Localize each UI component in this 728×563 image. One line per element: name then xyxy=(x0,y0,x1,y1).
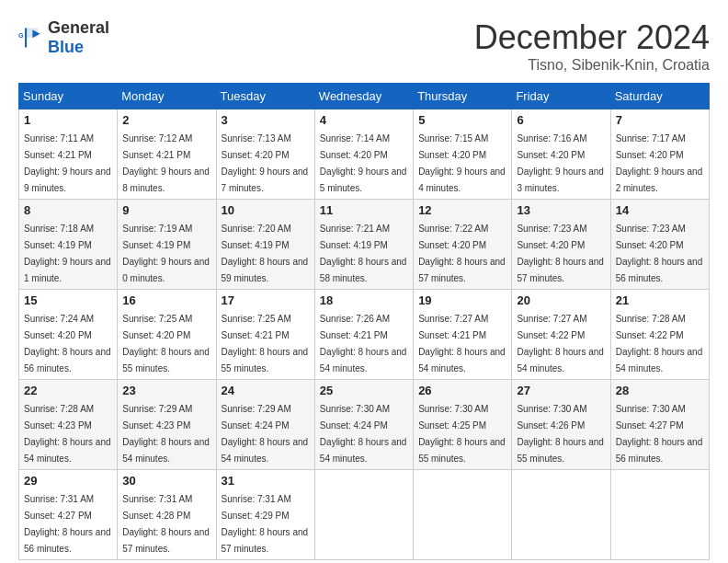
calendar-day-cell: 10 Sunrise: 7:20 AMSunset: 4:19 PMDaylig… xyxy=(216,200,314,290)
calendar-day-cell: 11 Sunrise: 7:21 AMSunset: 4:19 PMDaylig… xyxy=(314,200,413,290)
day-detail: Sunrise: 7:27 AMSunset: 4:22 PMDaylight:… xyxy=(517,314,604,373)
day-detail: Sunrise: 7:29 AMSunset: 4:23 PMDaylight:… xyxy=(122,404,210,464)
day-number: 27 xyxy=(517,384,605,397)
day-number: 4 xyxy=(320,113,408,127)
calendar-empty-cell xyxy=(414,470,512,560)
calendar-day-cell: 29 Sunrise: 7:31 AMSunset: 4:27 PMDaylig… xyxy=(19,470,118,560)
location-title: Tisno, Sibenik-Knin, Croatia xyxy=(474,57,710,74)
day-detail: Sunrise: 7:28 AMSunset: 4:23 PMDaylight:… xyxy=(24,404,111,464)
day-detail: Sunrise: 7:27 AMSunset: 4:21 PMDaylight:… xyxy=(418,314,506,373)
day-detail: Sunrise: 7:25 AMSunset: 4:21 PMDaylight:… xyxy=(222,314,309,373)
day-number: 20 xyxy=(517,293,605,307)
svg-rect-3 xyxy=(25,29,27,48)
day-number: 2 xyxy=(122,113,210,127)
calendar-day-cell: 23 Sunrise: 7:29 AMSunset: 4:23 PMDaylig… xyxy=(118,380,216,470)
calendar-day-cell: 2 Sunrise: 7:12 AMSunset: 4:21 PMDayligh… xyxy=(118,109,216,200)
day-number: 12 xyxy=(418,203,506,217)
svg-text:G: G xyxy=(18,32,24,39)
calendar-day-cell: 20 Sunrise: 7:27 AMSunset: 4:22 PMDaylig… xyxy=(512,290,610,380)
calendar-day-cell: 4 Sunrise: 7:14 AMSunset: 4:20 PMDayligh… xyxy=(314,109,413,200)
day-detail: Sunrise: 7:21 AMSunset: 4:19 PMDaylight:… xyxy=(320,224,407,283)
day-detail: Sunrise: 7:16 AMSunset: 4:20 PMDaylight:… xyxy=(517,133,604,193)
day-number: 10 xyxy=(222,203,310,217)
day-detail: Sunrise: 7:30 AMSunset: 4:26 PMDaylight:… xyxy=(517,404,604,464)
calendar-day-cell: 13 Sunrise: 7:23 AMSunset: 4:20 PMDaylig… xyxy=(512,200,610,290)
day-number: 29 xyxy=(24,474,112,488)
logo: G General Blue xyxy=(18,18,109,57)
calendar-day-cell: 8 Sunrise: 7:18 AMSunset: 4:19 PMDayligh… xyxy=(19,200,118,290)
title-area: December 2024 Tisno, Sibenik-Knin, Croat… xyxy=(474,18,710,74)
calendar-day-header: Saturday xyxy=(610,84,709,109)
calendar-day-header: Thursday xyxy=(414,84,512,109)
day-detail: Sunrise: 7:29 AMSunset: 4:24 PMDaylight:… xyxy=(222,404,309,464)
day-number: 18 xyxy=(320,293,408,307)
calendar-day-cell: 14 Sunrise: 7:23 AMSunset: 4:20 PMDaylig… xyxy=(610,200,709,290)
calendar-day-cell: 22 Sunrise: 7:28 AMSunset: 4:23 PMDaylig… xyxy=(19,380,118,470)
calendar-day-cell: 6 Sunrise: 7:16 AMSunset: 4:20 PMDayligh… xyxy=(512,109,610,200)
day-number: 24 xyxy=(222,384,310,397)
calendar-day-cell: 21 Sunrise: 7:28 AMSunset: 4:22 PMDaylig… xyxy=(610,290,709,380)
calendar-empty-cell xyxy=(610,470,709,560)
calendar-day-cell: 3 Sunrise: 7:13 AMSunset: 4:20 PMDayligh… xyxy=(216,109,314,200)
calendar-day-header: Wednesday xyxy=(314,84,413,109)
day-detail: Sunrise: 7:14 AMSunset: 4:20 PMDaylight:… xyxy=(320,133,407,193)
day-detail: Sunrise: 7:31 AMSunset: 4:29 PMDaylight:… xyxy=(222,494,309,554)
calendar-day-cell: 17 Sunrise: 7:25 AMSunset: 4:21 PMDaylig… xyxy=(216,290,314,380)
day-detail: Sunrise: 7:12 AMSunset: 4:21 PMDaylight:… xyxy=(122,133,210,193)
calendar-week-row: 22 Sunrise: 7:28 AMSunset: 4:23 PMDaylig… xyxy=(19,380,710,470)
day-number: 14 xyxy=(616,203,704,217)
calendar-day-cell: 9 Sunrise: 7:19 AMSunset: 4:19 PMDayligh… xyxy=(118,200,216,290)
day-detail: Sunrise: 7:26 AMSunset: 4:21 PMDaylight:… xyxy=(320,314,407,373)
day-detail: Sunrise: 7:23 AMSunset: 4:20 PMDaylight:… xyxy=(517,224,604,283)
calendar-day-header: Monday xyxy=(118,84,216,109)
day-number: 19 xyxy=(418,293,506,307)
day-number: 15 xyxy=(24,293,112,307)
calendar-day-cell: 16 Sunrise: 7:25 AMSunset: 4:20 PMDaylig… xyxy=(118,290,216,380)
calendar-day-cell: 18 Sunrise: 7:26 AMSunset: 4:21 PMDaylig… xyxy=(314,290,413,380)
logo-blue-text: Blue xyxy=(48,38,84,56)
day-number: 7 xyxy=(616,113,704,127)
calendar-table: SundayMondayTuesdayWednesdayThursdayFrid… xyxy=(18,83,710,560)
day-number: 22 xyxy=(24,384,112,397)
calendar-day-cell: 19 Sunrise: 7:27 AMSunset: 4:21 PMDaylig… xyxy=(414,290,512,380)
day-detail: Sunrise: 7:31 AMSunset: 4:27 PMDaylight:… xyxy=(24,494,111,554)
calendar-day-cell: 25 Sunrise: 7:30 AMSunset: 4:24 PMDaylig… xyxy=(314,380,413,470)
calendar-week-row: 29 Sunrise: 7:31 AMSunset: 4:27 PMDaylig… xyxy=(19,470,710,560)
calendar-day-cell: 12 Sunrise: 7:22 AMSunset: 4:20 PMDaylig… xyxy=(414,200,512,290)
day-detail: Sunrise: 7:30 AMSunset: 4:24 PMDaylight:… xyxy=(320,404,407,464)
day-detail: Sunrise: 7:28 AMSunset: 4:22 PMDaylight:… xyxy=(616,314,703,373)
calendar-day-cell: 30 Sunrise: 7:31 AMSunset: 4:28 PMDaylig… xyxy=(118,470,216,560)
day-number: 28 xyxy=(616,384,704,397)
calendar-week-row: 8 Sunrise: 7:18 AMSunset: 4:19 PMDayligh… xyxy=(19,200,710,290)
day-detail: Sunrise: 7:22 AMSunset: 4:20 PMDaylight:… xyxy=(418,224,506,283)
day-detail: Sunrise: 7:24 AMSunset: 4:20 PMDaylight:… xyxy=(24,314,111,373)
logo-icon: G xyxy=(18,25,44,51)
month-title: December 2024 xyxy=(474,18,710,57)
day-number: 5 xyxy=(418,113,506,127)
day-detail: Sunrise: 7:30 AMSunset: 4:27 PMDaylight:… xyxy=(616,404,703,464)
day-number: 26 xyxy=(418,384,506,397)
page-header: G General Blue December 2024 Tisno, Sibe… xyxy=(18,18,710,74)
day-detail: Sunrise: 7:20 AMSunset: 4:19 PMDaylight:… xyxy=(222,224,309,283)
calendar-day-cell: 5 Sunrise: 7:15 AMSunset: 4:20 PMDayligh… xyxy=(414,109,512,200)
day-number: 21 xyxy=(616,293,704,307)
day-number: 16 xyxy=(122,293,210,307)
day-number: 8 xyxy=(24,203,112,217)
day-detail: Sunrise: 7:17 AMSunset: 4:20 PMDaylight:… xyxy=(616,133,703,193)
calendar-day-header: Tuesday xyxy=(216,84,314,109)
day-detail: Sunrise: 7:23 AMSunset: 4:20 PMDaylight:… xyxy=(616,224,703,283)
calendar-day-header: Friday xyxy=(512,84,610,109)
day-number: 30 xyxy=(122,474,210,488)
day-number: 9 xyxy=(122,203,210,217)
calendar-empty-cell xyxy=(512,470,610,560)
day-detail: Sunrise: 7:31 AMSunset: 4:28 PMDaylight:… xyxy=(122,494,210,554)
calendar-day-cell: 7 Sunrise: 7:17 AMSunset: 4:20 PMDayligh… xyxy=(610,109,709,200)
day-number: 31 xyxy=(222,474,310,488)
calendar-day-cell: 1 Sunrise: 7:11 AMSunset: 4:21 PMDayligh… xyxy=(19,109,118,200)
calendar-day-cell: 31 Sunrise: 7:31 AMSunset: 4:29 PMDaylig… xyxy=(216,470,314,560)
calendar-empty-cell xyxy=(314,470,413,560)
day-detail: Sunrise: 7:19 AMSunset: 4:19 PMDaylight:… xyxy=(122,224,210,283)
day-detail: Sunrise: 7:15 AMSunset: 4:20 PMDaylight:… xyxy=(418,133,506,193)
calendar-day-cell: 26 Sunrise: 7:30 AMSunset: 4:25 PMDaylig… xyxy=(414,380,512,470)
day-detail: Sunrise: 7:18 AMSunset: 4:19 PMDaylight:… xyxy=(24,224,111,283)
